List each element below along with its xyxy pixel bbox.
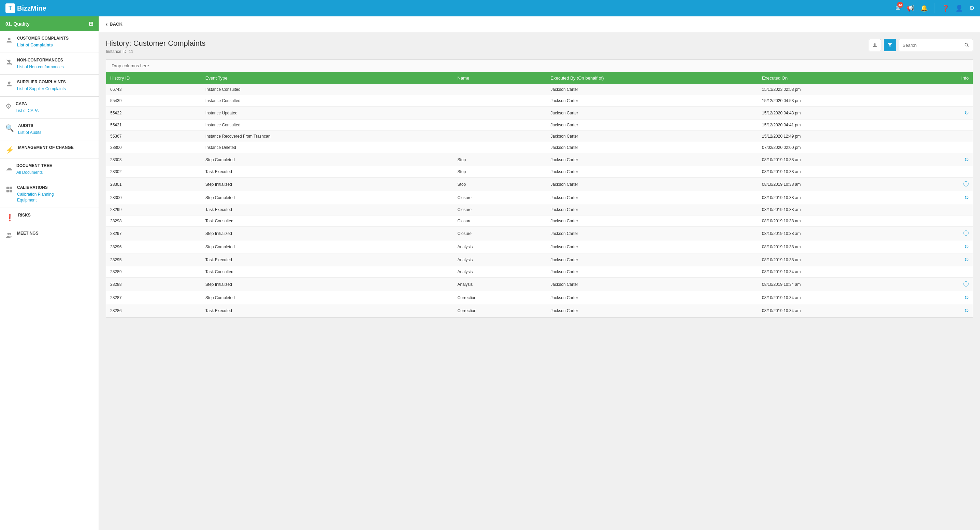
sidebar-row: CUSTOMER COMPLAINTS List of Complaints	[5, 36, 93, 48]
list-of-audits-link[interactable]: List of Audits	[18, 130, 93, 135]
cell-executed-by: Jackson Carter	[547, 142, 758, 153]
cell-event-type: Instance Updated	[201, 107, 453, 120]
cell-history-id: 28299	[106, 204, 201, 216]
search-button[interactable]	[961, 39, 973, 51]
cell-name	[453, 142, 547, 153]
cell-name: Correction	[453, 304, 547, 317]
cell-name: Closure	[453, 204, 547, 216]
svg-point-8	[8, 233, 10, 235]
cell-executed-on: 08/10/2019 10:38 am	[758, 227, 919, 240]
cell-name: Analysis	[453, 254, 547, 267]
sidebar-section-risks: ❗ RISKS	[0, 208, 99, 226]
cell-event-type: Task Executed	[201, 254, 453, 267]
all-documents-link[interactable]: All Documents	[16, 170, 93, 175]
cell-info: ↻	[919, 240, 973, 254]
cell-info	[919, 131, 973, 142]
sidebar-section-content: SUPPLIER COMPLAINTS List of Supplier Com…	[17, 80, 93, 92]
cell-history-id: 28297	[106, 227, 201, 240]
cell-info: ↻	[919, 304, 973, 317]
info-icon[interactable]: ⓘ	[963, 230, 969, 236]
cell-history-id: 55367	[106, 131, 201, 142]
cell-name: Analysis	[453, 267, 547, 278]
refresh-icon[interactable]: ↻	[964, 257, 969, 263]
supplier-complaints-title: SUPPLIER COMPLAINTS	[17, 80, 93, 85]
filter-button[interactable]	[884, 39, 896, 51]
cell-executed-on: 08/10/2019 10:38 am	[758, 204, 919, 216]
sidebar-section-calibrations: CALIBRATIONS Calibration Planning Equipm…	[0, 180, 99, 208]
cell-executed-by: Jackson Carter	[547, 267, 758, 278]
cell-info	[919, 95, 973, 107]
calibration-planning-link[interactable]: Calibration Planning	[17, 192, 93, 197]
list-of-complaints-link[interactable]: List of Complaints	[17, 43, 93, 48]
refresh-icon[interactable]: ↻	[964, 157, 969, 163]
cell-executed-on: 08/10/2019 10:38 am	[758, 177, 919, 191]
cell-executed-by: Jackson Carter	[547, 95, 758, 107]
cell-name: Analysis	[453, 240, 547, 254]
refresh-icon[interactable]: ↻	[964, 195, 969, 200]
settings-icon[interactable]: ⚙	[969, 5, 975, 12]
back-button[interactable]: ‹ BACK	[106, 21, 123, 27]
cell-name: Correction	[453, 291, 547, 304]
refresh-icon[interactable]: ↻	[964, 295, 969, 300]
col-history-id: History ID	[106, 72, 201, 84]
table-row: 28297 Step Initialized Closure Jackson C…	[106, 227, 973, 240]
list-of-capa-link[interactable]: List of CAPA	[16, 108, 93, 113]
table-body: 66743 Instance Consulted Jackson Carter …	[106, 84, 973, 317]
cell-history-id: 55439	[106, 95, 201, 107]
document-tree-icon: ☁	[5, 164, 12, 172]
svg-rect-5	[10, 187, 12, 189]
megaphone-icon[interactable]: 📢	[907, 5, 914, 12]
topnav-divider	[935, 3, 935, 13]
info-icon[interactable]: ⓘ	[963, 181, 969, 187]
refresh-icon[interactable]: ↻	[964, 308, 969, 313]
cell-executed-on: 08/10/2019 10:38 am	[758, 240, 919, 254]
svg-point-0	[8, 38, 10, 40]
risks-icon: ❗	[5, 214, 14, 222]
cell-executed-on: 15/11/2023 02:58 pm	[758, 84, 919, 95]
back-label: BACK	[110, 22, 123, 27]
cell-name: Stop	[453, 153, 547, 166]
list-of-supplier-complaints-link[interactable]: List of Supplier Complaints	[17, 86, 93, 91]
history-title: History: Customer Complaints	[106, 39, 205, 48]
meetings-title: MEETINGS	[17, 231, 93, 236]
cell-event-type: Step Completed	[201, 191, 453, 204]
sidebar-section-content: AUDITS List of Audits	[18, 123, 93, 136]
module-button[interactable]: 01. Quality ⊞	[0, 16, 99, 31]
cell-event-type: Task Consulted	[201, 267, 453, 278]
top-navigation: T BizzMine ✉ 32 📢 🔔 ❓ 👤 ⚙	[0, 0, 980, 16]
sidebar-row: ☁ DOCUMENT TREE All Documents	[5, 163, 93, 176]
equipment-link[interactable]: Equipment	[17, 198, 93, 203]
cell-executed-on: 15/12/2020 12:49 pm	[758, 131, 919, 142]
table-row: 28296 Step Completed Analysis Jackson Ca…	[106, 240, 973, 254]
table-row: 28286 Task Executed Correction Jackson C…	[106, 304, 973, 317]
cell-history-id: 55421	[106, 120, 201, 131]
cell-event-type: Task Executed	[201, 166, 453, 177]
mail-icon[interactable]: ✉ 32	[896, 5, 900, 12]
table-row: 28295 Task Executed Analysis Jackson Car…	[106, 254, 973, 267]
refresh-icon[interactable]: ↻	[964, 244, 969, 250]
info-icon[interactable]: ⓘ	[963, 281, 969, 287]
user-icon[interactable]: 👤	[955, 5, 963, 12]
refresh-icon[interactable]: ↻	[964, 110, 969, 116]
mail-badge: 32	[897, 2, 903, 8]
cell-executed-on: 15/12/2020 04:43 pm	[758, 107, 919, 120]
logo-icon: T	[5, 3, 15, 13]
calibrations-icon	[5, 186, 13, 195]
cell-event-type: Step Completed	[201, 153, 453, 166]
list-of-non-conformances-link[interactable]: List of Non-conformances	[17, 65, 93, 69]
history-instance: Instance ID: 11	[106, 49, 205, 54]
cell-history-id: 66743	[106, 84, 201, 95]
search-input[interactable]	[899, 43, 961, 48]
cell-executed-by: Jackson Carter	[547, 153, 758, 166]
sidebar-section-audits: 🔍 AUDITS List of Audits	[0, 118, 99, 140]
cell-history-id: 28288	[106, 278, 201, 291]
svg-rect-6	[6, 190, 9, 192]
bell-icon[interactable]: 🔔	[920, 5, 928, 12]
download-button[interactable]	[869, 39, 881, 51]
cell-executed-by: Jackson Carter	[547, 166, 758, 177]
cell-name	[453, 120, 547, 131]
calibrations-title: CALIBRATIONS	[17, 185, 93, 190]
cell-info	[919, 216, 973, 227]
help-icon[interactable]: ❓	[942, 5, 949, 12]
cell-executed-on: 08/10/2019 10:38 am	[758, 216, 919, 227]
